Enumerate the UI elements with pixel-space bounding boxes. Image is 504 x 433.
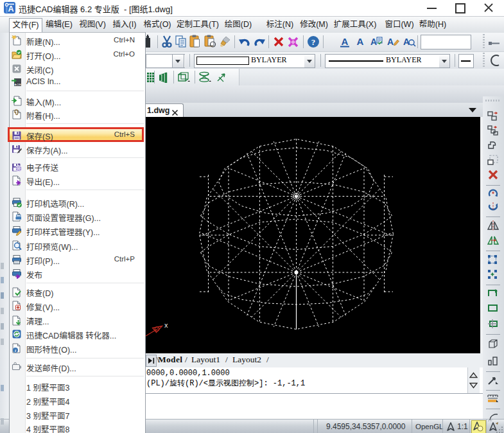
svg-text:ACIS: ACIS: [14, 83, 21, 86]
svg-text:i: i: [15, 348, 16, 353]
svg-text:?: ?: [311, 37, 316, 47]
svg-text:A: A: [387, 37, 394, 47]
svg-text:A: A: [342, 36, 349, 47]
svg-text:A: A: [370, 37, 377, 47]
svg-text:x: x: [164, 321, 168, 329]
svg-text:A: A: [357, 36, 364, 47]
svg-text:A: A: [8, 4, 13, 13]
